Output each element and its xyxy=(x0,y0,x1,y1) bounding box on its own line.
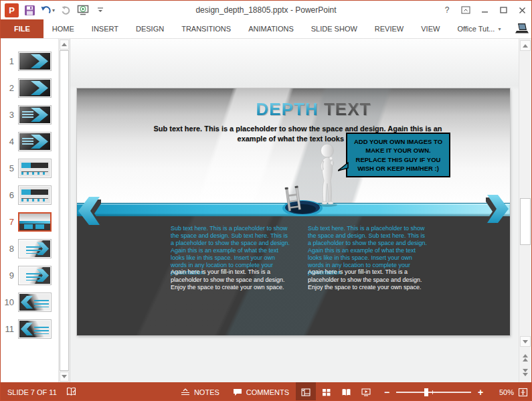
minimize-button[interactable] xyxy=(475,3,494,17)
thumbnail-scrollbar-thumb[interactable] xyxy=(60,50,69,371)
slide-title[interactable]: DEPTH TEXT xyxy=(97,99,510,120)
slideshow-view-button[interactable] xyxy=(356,382,376,401)
normal-view-button[interactable] xyxy=(296,382,316,401)
thumbnail-row: 9 xyxy=(1,265,57,286)
thumbnail-scroll-down-button[interactable] xyxy=(60,372,69,382)
slide-thumbnail-1[interactable] xyxy=(18,52,52,71)
scrollbar-thumb[interactable] xyxy=(520,198,531,245)
zoom-slider-center-tick xyxy=(432,390,433,394)
slide-number: 11 xyxy=(1,324,18,334)
slide-number: 8 xyxy=(1,244,18,254)
slide-thumbnail-11[interactable] xyxy=(18,319,52,339)
status-bar: SLIDE 7 OF 11 NOTES xyxy=(1,382,531,401)
triangle-up-icon xyxy=(523,44,528,48)
help-label: ? xyxy=(445,5,450,15)
slide-background-bottom xyxy=(77,207,510,335)
minimize-icon xyxy=(481,7,489,13)
text-column-right[interactable]: Sub text here. This is a placeholder to … xyxy=(308,225,429,292)
zoom-slider-handle[interactable] xyxy=(424,388,428,396)
tab-transitions[interactable]: TRANSITIONS xyxy=(173,19,240,38)
maximize-button[interactable] xyxy=(494,3,513,17)
double-chevron-up-icon xyxy=(523,354,528,362)
comments-toggle[interactable]: COMMENTS xyxy=(226,382,296,401)
stick-figure-character[interactable] xyxy=(313,143,343,210)
slide-counter: SLIDE 7 OF 11 xyxy=(7,388,57,396)
slide-thumbnail-10[interactable] xyxy=(18,293,52,312)
right-arrow-shape[interactable] xyxy=(486,193,510,227)
thumbnail-scrollbar[interactable] xyxy=(58,39,70,382)
slide-number: 1 xyxy=(1,56,18,66)
thumbnail-row: 5 xyxy=(1,158,57,179)
zoom-slider[interactable] xyxy=(396,388,471,396)
customize-qat-button[interactable] xyxy=(94,3,107,17)
spellcheck-button[interactable] xyxy=(66,387,76,398)
zoom-percentage[interactable]: 50% xyxy=(491,388,514,396)
powerpoint-window: P ▾ xyxy=(0,0,532,401)
ribbon-display-options-button[interactable] xyxy=(456,3,475,17)
scroll-down-button[interactable] xyxy=(520,336,531,347)
close-button[interactable] xyxy=(513,3,531,17)
slide-thumbnail-5[interactable] xyxy=(18,159,52,178)
window-controls: ? xyxy=(438,3,531,17)
tab-review[interactable]: REVIEW xyxy=(366,19,412,38)
slide-thumbnail-3[interactable] xyxy=(18,105,52,125)
addin-laptop-button[interactable] xyxy=(509,19,532,38)
main-scrollbar[interactable] xyxy=(519,39,531,382)
scroll-up-button[interactable] xyxy=(520,40,531,51)
tab-animations[interactable]: ANIMATIONS xyxy=(240,19,302,38)
text-column-left[interactable]: Sub text here. This is a placeholder to … xyxy=(171,225,292,292)
zoom-out-button[interactable]: − xyxy=(383,387,391,398)
maximize-icon xyxy=(500,7,507,13)
slide-thumbnail-7-selected[interactable] xyxy=(18,212,52,232)
chevron-left-icon xyxy=(77,195,101,226)
slide-thumbnail-9[interactable] xyxy=(18,266,52,285)
tab-home[interactable]: HOME xyxy=(43,19,83,38)
undo-button[interactable]: ▾ xyxy=(40,3,55,17)
slide-7: DEPTH TEXT Sub text here. This is a plac… xyxy=(77,88,510,335)
slide-thumbnail-4[interactable] xyxy=(18,132,52,151)
tab-view[interactable]: VIEW xyxy=(412,19,448,38)
tab-addin-office-tutorials[interactable]: Office Tut...▾ xyxy=(448,19,509,38)
notes-toggle[interactable]: NOTES xyxy=(174,382,226,401)
thumbnail-scroll-up-button[interactable] xyxy=(60,39,69,50)
tab-insert[interactable]: INSERT xyxy=(83,19,127,38)
main-area: 1 2 3 4 5 6 7 xyxy=(1,39,531,382)
save-button[interactable] xyxy=(23,3,36,17)
ladder-graphic[interactable] xyxy=(282,185,306,216)
reading-view-button[interactable] xyxy=(336,382,356,401)
thumbnail-row: 6 xyxy=(1,185,57,206)
slide-number: 3 xyxy=(1,110,18,120)
previous-slide-button[interactable] xyxy=(520,352,531,363)
help-button[interactable]: ? xyxy=(438,3,456,17)
slide-sorter-view-button[interactable] xyxy=(316,382,336,401)
slide-number: 4 xyxy=(1,137,18,147)
thumbnail-row: 7 xyxy=(1,212,57,232)
start-slideshow-button[interactable] xyxy=(76,3,90,17)
ladder-icon xyxy=(282,185,306,213)
slide-number: 6 xyxy=(1,190,18,200)
status-right: NOTES COMMENTS xyxy=(174,382,531,401)
callout-speech-bubble[interactable]: ADD YOUR OWN IMAGES TO MAKE IT YOUR OWN.… xyxy=(346,133,450,177)
tab-slideshow[interactable]: SLIDE SHOW xyxy=(302,19,366,38)
repeat-icon xyxy=(61,5,71,15)
tab-file-label: FILE xyxy=(14,25,30,33)
slide-thumbnail-6[interactable] xyxy=(18,185,52,205)
thumbnail-row: 11 xyxy=(1,319,57,339)
zoom-in-button[interactable]: + xyxy=(476,387,484,398)
tab-file[interactable]: FILE xyxy=(1,19,43,38)
slide-thumbnail-8[interactable] xyxy=(18,239,52,258)
left-arrow-shape[interactable] xyxy=(77,195,101,229)
close-icon xyxy=(519,7,526,14)
slide-thumbnail-2[interactable] xyxy=(18,78,52,98)
zoom-slider-track[interactable] xyxy=(396,392,471,393)
slide-number: 10 xyxy=(1,297,18,307)
triangle-down-icon xyxy=(62,375,67,378)
repeat-button[interactable] xyxy=(59,3,72,17)
quick-access-toolbar: P ▾ xyxy=(1,3,107,17)
tab-design[interactable]: DESIGN xyxy=(127,19,173,38)
next-slide-button[interactable] xyxy=(520,367,531,378)
tab-view-label: VIEW xyxy=(421,25,440,33)
tab-design-label: DESIGN xyxy=(136,25,164,33)
tab-review-label: REVIEW xyxy=(375,25,404,33)
fit-slide-to-window-button[interactable] xyxy=(514,382,531,401)
